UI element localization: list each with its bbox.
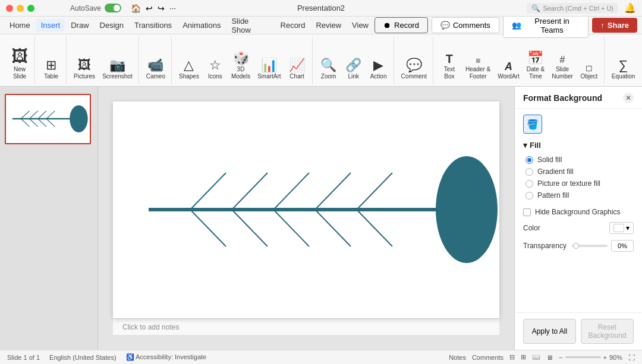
zoom-slider[interactable] [565,356,601,358]
ribbon-group-text: T TextBox ≡ Header &Footer A WordArt 📅 D… [435,37,605,84]
menu-draw[interactable]: Draw [66,19,93,31]
zoom-in-icon[interactable]: + [603,354,607,361]
view-slide-sorter-icon[interactable]: ⊞ [521,353,526,361]
home-icon[interactable]: 🏠 [131,4,141,13]
svg-line-19 [315,210,351,246]
color-picker-button[interactable]: ▾ [609,222,634,234]
redo-btn[interactable]: ↪ [158,4,165,13]
transparency-input[interactable] [611,240,634,252]
close-panel-button[interactable]: ✕ [623,93,634,103]
minimize-window-btn[interactable] [17,5,24,12]
comments-status-btn[interactable]: Comments [472,354,503,361]
color-label: Color [523,224,540,232]
equation-button[interactable]: ∑ Equation [609,58,637,81]
new-slide-button[interactable]: 🖼 NewSlide [8,47,31,81]
zoom-out-icon[interactable]: − [559,354,562,361]
textbox-button[interactable]: T TextBox [438,52,461,81]
datetime-button[interactable]: 📅 Date &Time [524,50,547,81]
equation-label: Equation [612,73,635,80]
reset-background-button[interactable]: Reset Background [581,319,634,344]
menu-design[interactable]: Design [95,19,128,31]
accessibility-label: ♿ Accessibility: Investigate [126,353,207,361]
transparency-slider[interactable] [572,245,608,247]
more-btn[interactable]: ··· [169,4,176,12]
undo-btn[interactable]: ↩ [146,4,153,13]
fill-tab[interactable]: 🪣 [523,115,542,134]
action-button[interactable]: ▶ Action [367,58,390,81]
svg-line-18 [273,210,309,246]
view-normal-icon[interactable]: ⊟ [509,353,515,361]
svg-line-4 [46,111,55,119]
transparency-thumb[interactable] [573,243,579,249]
chart-button[interactable]: 📈 Chart [286,58,309,81]
pictures-button[interactable]: 🖼 Pictures [71,58,97,81]
icons-button[interactable]: ☆ Icons [204,58,226,81]
shapes-button[interactable]: △ Shapes [177,58,202,81]
slide-canvas[interactable] [113,102,499,318]
close-window-btn[interactable] [6,5,13,12]
menu-review[interactable]: Review [311,19,346,31]
autosave-area: AutoSave [70,4,121,12]
header-footer-button[interactable]: ≡ Header &Footer [463,55,493,81]
wordart-button[interactable]: A WordArt [495,60,522,81]
hide-bg-checkbox[interactable] [523,208,531,216]
fill-options: Solid fill Gradient fill Picture or text… [525,156,634,200]
menu-insert[interactable]: Insert [36,19,65,31]
picture-texture-radio[interactable] [525,180,533,188]
share-button[interactable]: ↑ Share [592,18,637,33]
ribbon-group-comment: 💬 Comment [395,37,433,84]
autosave-toggle[interactable] [105,4,121,12]
format-background-panel: Format Background ✕ 🪣 ▾ Fill Solid fill [514,87,642,350]
fill-section-header[interactable]: ▾ Fill [523,141,634,150]
smartart-button[interactable]: 📊 SmartArt [255,58,283,81]
slide-list-item-1: 1 [5,94,93,144]
comment-icon: 💬 [406,59,422,72]
action-label: Action [370,73,387,80]
view-reading-icon[interactable]: 📖 [532,353,540,361]
menu-slideshow[interactable]: Slide Show [226,15,274,36]
menu-view[interactable]: View [347,19,373,31]
apply-to-all-button[interactable]: Apply to All [523,319,576,344]
comment-button[interactable]: 💬 Comment [399,58,429,81]
slide-thumbnail[interactable] [5,94,91,144]
pattern-fill-label: Pattern fill [537,191,569,200]
shapes-label: Shapes [179,73,199,80]
solid-fill-radio[interactable] [525,156,533,164]
format-panel-footer: Apply to All Reset Background [515,312,642,350]
notes-status-btn[interactable]: Notes [449,354,466,361]
solid-fill-option[interactable]: Solid fill [525,156,634,164]
pattern-fill-option[interactable]: Pattern fill [525,191,634,200]
notification-icon[interactable]: 🔔 [624,2,636,14]
menu-transitions[interactable]: Transitions [130,19,177,31]
record-button[interactable]: ⏺ Record [374,17,428,33]
view-presenter-icon[interactable]: 🖥 [546,354,553,361]
menu-home[interactable]: Home [5,19,35,31]
maximize-window-btn[interactable] [27,5,34,12]
object-button[interactable]: ◻ Object [578,62,600,81]
zoom-button[interactable]: 🔍 Zoom [317,58,340,81]
gradient-fill-option[interactable]: Gradient fill [525,167,634,176]
menu-animations[interactable]: Animations [178,19,225,31]
gradient-fill-radio[interactable] [525,168,533,176]
symbol-button[interactable]: Ω Symbol [640,58,642,81]
search-bar[interactable]: 🔍 Search (Cmd + Ctrl + U) [527,3,618,14]
link-button[interactable]: 🔗 Link [342,58,365,81]
slide-number-button[interactable]: # SlideNumber [549,54,575,81]
color-row: Color ▾ [523,222,634,234]
pattern-fill-radio[interactable] [525,192,533,200]
cameo-button[interactable]: 📹 Cameo [144,58,168,81]
menu-record[interactable]: Record [276,19,310,31]
fit-to-window-icon[interactable]: ⛶ [628,354,635,361]
hide-background-graphics-option[interactable]: Hide Background Graphics [523,208,634,216]
comments-button[interactable]: 💬 Comments [432,17,499,33]
format-tabs: 🪣 [523,115,634,134]
table-button[interactable]: ⊞ Table [40,58,62,81]
format-panel-title: Format Background [523,93,602,103]
ribbon-group-links: 🔍 Zoom 🔗 Link ▶ Action [314,37,394,84]
notes-bar[interactable]: Click to add notes [113,318,499,335]
picture-texture-fill-option[interactable]: Picture or texture fill [525,179,634,188]
status-bar: Slide 1 of 1 English (United States) ♿ A… [0,350,642,364]
textbox-icon: T [446,53,453,65]
3d-models-button[interactable]: 🎲 3DModels [229,50,253,81]
screenshot-button[interactable]: 📷 Screenshot [100,58,135,81]
